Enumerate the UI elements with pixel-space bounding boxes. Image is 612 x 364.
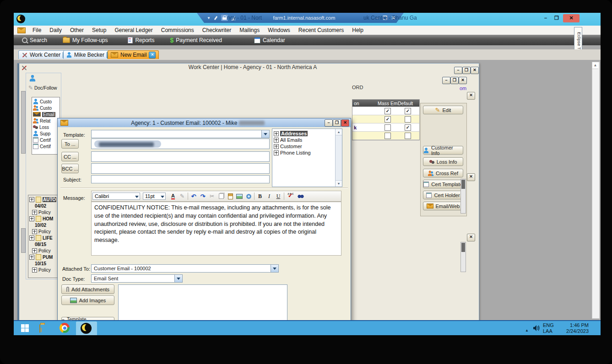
- policy-type[interactable]: LIFE: [29, 235, 60, 241]
- tree-item[interactable]: Relat: [33, 118, 60, 124]
- redacted-recipient-pill[interactable]: [94, 140, 161, 148]
- spellcheck-button[interactable]: A B C: [285, 192, 296, 200]
- file-explorer-button[interactable]: [39, 325, 40, 333]
- scroll-up-icon[interactable]: [336, 129, 342, 135]
- cert-holder-button[interactable]: Cert Holder: [423, 191, 463, 199]
- attached-to-combobox[interactable]: Customer Email - 100002: [91, 264, 279, 273]
- rdp-chevron-down-icon[interactable]: ▼: [207, 16, 211, 20]
- dropdown-arrow-icon[interactable]: [261, 130, 269, 138]
- tree-item[interactable]: Supp: [33, 130, 60, 137]
- mass-em-checkbox[interactable]: [385, 124, 391, 131]
- dialog-minimize-button[interactable]: [325, 119, 333, 127]
- mdi-scrollbar[interactable]: [592, 62, 600, 319]
- doc-follow-tab[interactable]: Doc/Follow: [28, 85, 57, 91]
- italic-button[interactable]: I: [265, 192, 274, 200]
- toolbar-followups-button[interactable]: My Follow-ups: [58, 35, 112, 45]
- expand-icon[interactable]: [29, 255, 34, 260]
- address-tree-item[interactable]: Addresses: [274, 130, 342, 137]
- email-link-fragment[interactable]: om: [460, 86, 466, 91]
- expand-icon[interactable]: [32, 229, 37, 234]
- collapsed-panel-strip[interactable]: [21, 228, 26, 253]
- toolbar-reports-button[interactable]: Reports: [123, 35, 159, 45]
- underline-button[interactable]: U: [274, 192, 283, 200]
- window-close-button[interactable]: ✕: [563, 14, 580, 22]
- toolbar-search-button[interactable]: Search: [17, 35, 52, 45]
- tree-item[interactable]: Custo: [33, 98, 60, 105]
- expand-icon[interactable]: [32, 210, 37, 215]
- wc-minimize-button[interactable]: [454, 67, 462, 74]
- wc-maximize-button[interactable]: [462, 67, 471, 74]
- default-checkbox[interactable]: ✓: [405, 124, 411, 131]
- find-button[interactable]: [296, 192, 305, 200]
- policy-child[interactable]: Policy: [29, 228, 60, 235]
- dropdown-arrow-icon[interactable]: [271, 265, 278, 272]
- panel-scrollbar[interactable]: [460, 179, 466, 214]
- policy-date[interactable]: 08/15: [29, 241, 60, 247]
- address-tree-item[interactable]: Customer: [274, 143, 342, 150]
- expand-icon[interactable]: [274, 150, 279, 155]
- subject-field[interactable]: [91, 175, 270, 183]
- cert-template-button[interactable]: Cert Template: [423, 180, 463, 188]
- mass-em-checkbox[interactable]: [385, 133, 391, 139]
- cut-button[interactable]: [207, 192, 217, 200]
- policy-child[interactable]: Policy: [29, 267, 60, 273]
- window-restore-button[interactable]: ❐: [552, 15, 561, 21]
- menu-commissions[interactable]: Commissions: [157, 26, 198, 34]
- scroll-up-icon[interactable]: [592, 62, 598, 69]
- panel-close-icon[interactable]: [467, 92, 475, 100]
- cc-field[interactable]: [91, 151, 270, 162]
- font-color-button[interactable]: A: [168, 192, 178, 200]
- policy-date[interactable]: 10/02: [29, 222, 60, 228]
- inner-minimize-button[interactable]: [442, 77, 450, 84]
- tree-item[interactable]: Loss: [33, 124, 60, 130]
- tree-scrollbar[interactable]: [335, 129, 342, 187]
- menu-mailings[interactable]: Mailings: [235, 26, 264, 34]
- tree-item-selected[interactable]: Email: [33, 111, 60, 118]
- grid-row[interactable]: ✓: [352, 115, 419, 123]
- dialog-maximize-button[interactable]: [333, 119, 341, 127]
- grid-col-description[interactable]: on: [352, 101, 378, 106]
- expand-icon[interactable]: [29, 216, 34, 221]
- bcc-field[interactable]: [91, 163, 270, 174]
- menu-other[interactable]: Other: [66, 26, 88, 34]
- speaker-icon[interactable]: [533, 325, 541, 332]
- grid-row[interactable]: ✓ ✓: [352, 107, 419, 115]
- add-attachments-button[interactable]: Add Attachments: [61, 284, 114, 294]
- doc-type-combobox[interactable]: Email Sent: [91, 274, 183, 283]
- menu-windows[interactable]: Windows: [264, 26, 294, 34]
- address-tree-item[interactable]: Phone Listing: [274, 150, 342, 156]
- chrome-button[interactable]: [60, 323, 70, 333]
- menu-general-ledger[interactable]: General Ledger: [110, 26, 157, 34]
- grid-col-mass-em[interactable]: Mass Em: [378, 101, 398, 106]
- grid-row[interactable]: [352, 132, 419, 140]
- active-app-button[interactable]: [76, 321, 97, 335]
- menu-daily[interactable]: Daily: [45, 26, 66, 34]
- insert-link-button[interactable]: [244, 192, 253, 200]
- tab-new-email[interactable]: New Email: [108, 50, 159, 59]
- message-body[interactable]: CONFIDENTIALITY NOTICE: This e-mail mess…: [91, 202, 341, 256]
- cc-button[interactable]: CC ...: [61, 152, 79, 161]
- redo-button[interactable]: [198, 192, 207, 200]
- tray-expand-icon[interactable]: [525, 325, 529, 333]
- inner-maximize-button[interactable]: [450, 77, 459, 84]
- tree-item[interactable]: Certif: [33, 137, 60, 143]
- undo-button[interactable]: [189, 192, 198, 200]
- policy-child[interactable]: Policy: [29, 247, 60, 254]
- tree-item[interactable]: Certif: [33, 143, 60, 150]
- panel-close-icon[interactable]: [467, 173, 475, 181]
- rdp-pin-icon[interactable]: [214, 16, 218, 20]
- highlight-button[interactable]: [178, 192, 187, 200]
- collapsed-panel-strip[interactable]: [21, 91, 26, 154]
- tab-new-email-close-icon[interactable]: [149, 52, 156, 59]
- to-button[interactable]: To ...: [61, 139, 79, 149]
- expand-icon[interactable]: [274, 144, 279, 149]
- default-checkbox[interactable]: [405, 116, 411, 123]
- menu-help[interactable]: Help: [348, 26, 368, 34]
- toolbar-payment-button[interactable]: Payment Received: [165, 35, 227, 45]
- grid-row[interactable]: k ✓: [352, 123, 419, 132]
- edit-button[interactable]: Edit: [423, 106, 463, 114]
- address-tree-item[interactable]: All Emails: [274, 137, 342, 143]
- expand-icon[interactable]: [274, 131, 279, 136]
- menu-recent-customers[interactable]: Recent Customers: [294, 26, 348, 34]
- default-checkbox[interactable]: ✓: [405, 108, 411, 114]
